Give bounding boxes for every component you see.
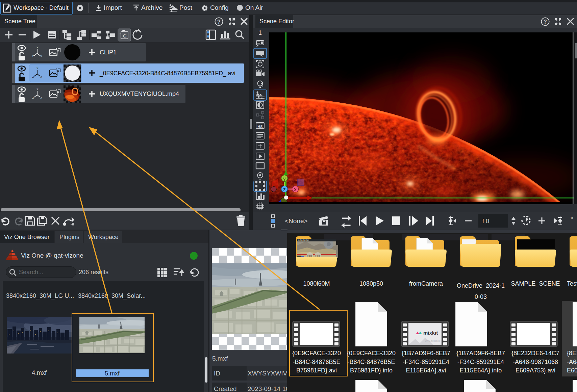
svg-text:0 00:00:00: 0 00:00:00 xyxy=(298,239,309,241)
svg-text:www.mixkit.co: www.mixkit.co xyxy=(425,340,440,342)
svg-text:Field: Field xyxy=(315,255,320,257)
svg-text:G: G xyxy=(123,33,126,38)
svg-text:HS: HS xyxy=(257,125,262,129)
svg-text:mixkıt: mixkıt xyxy=(423,330,438,336)
svg-text:y: y xyxy=(283,176,286,181)
svg-text:z: z xyxy=(283,186,286,192)
svg-text:»: » xyxy=(570,214,573,221)
svg-text:f 0: f 0 xyxy=(482,218,489,225)
svg-text:?: ? xyxy=(217,19,221,25)
svg-text:1: 1 xyxy=(258,29,262,36)
svg-text:x: x xyxy=(294,186,297,192)
svg-text:Field: Field xyxy=(307,255,312,257)
svg-text:<None>: <None> xyxy=(285,217,308,225)
